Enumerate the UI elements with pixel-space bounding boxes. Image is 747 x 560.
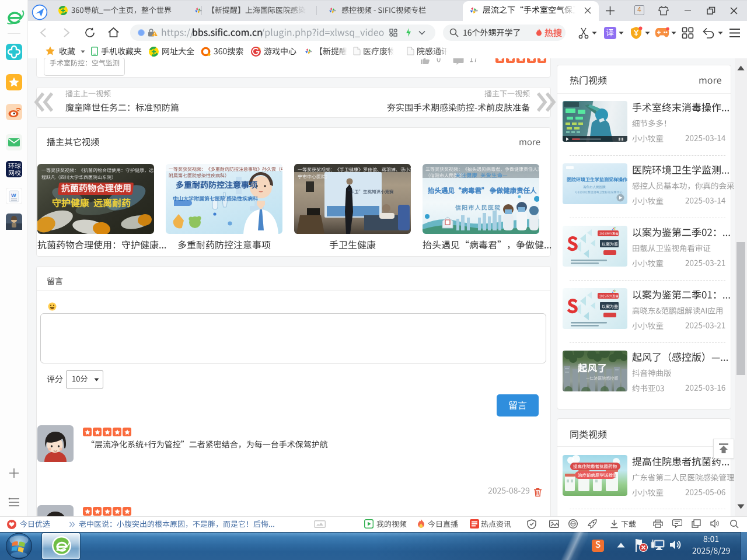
svg-text:W: W bbox=[11, 192, 16, 198]
